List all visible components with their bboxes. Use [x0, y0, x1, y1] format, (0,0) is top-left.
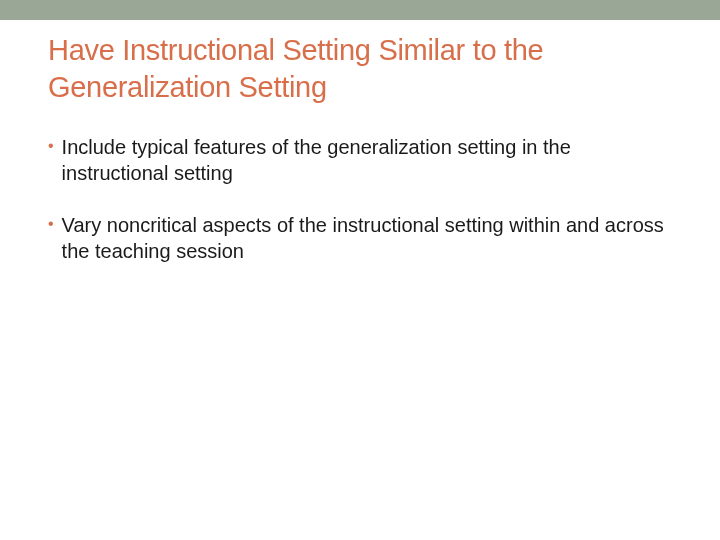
bullet-icon: •	[48, 136, 54, 157]
slide-title: Have Instructional Setting Similar to th…	[48, 32, 672, 106]
list-item: • Vary noncritical aspects of the instru…	[48, 212, 672, 264]
bullet-text: Include typical features of the generali…	[62, 134, 672, 186]
bullet-list: • Include typical features of the genera…	[48, 134, 672, 264]
top-accent-bar	[0, 0, 720, 20]
bullet-icon: •	[48, 214, 54, 235]
list-item: • Include typical features of the genera…	[48, 134, 672, 186]
bullet-text: Vary noncritical aspects of the instruct…	[62, 212, 672, 264]
slide-content: Have Instructional Setting Similar to th…	[0, 20, 720, 264]
